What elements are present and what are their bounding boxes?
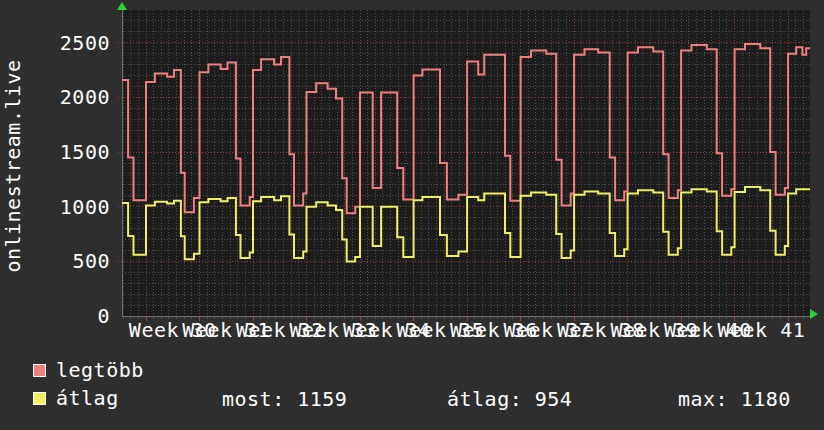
y-axis-label: 2500 <box>34 33 110 53</box>
stat-most: most: 1159 <box>222 389 347 410</box>
y-axis-label: 0 <box>34 306 110 326</box>
graph-title-vertical: onlinestream.live <box>1 59 25 272</box>
y-axis-label: 500 <box>34 251 110 271</box>
y-axis-label: 2000 <box>34 87 110 107</box>
legend-label-atlag: átlag <box>56 388 119 409</box>
y-axis-label: 1500 <box>34 142 110 162</box>
stat-atlag: átlag: 954 <box>447 389 572 410</box>
x-axis-label: Week 41 <box>717 320 805 340</box>
y-axis-label: 1000 <box>34 197 110 217</box>
graph-window: onlinestream.live 05001000150020002500 W… <box>0 0 824 430</box>
legend-swatch-atlag <box>33 392 46 405</box>
legend-label-legtobb: legtöbb <box>56 360 144 381</box>
stat-max: max: 1180 <box>678 389 791 410</box>
legend-swatch-legtobb <box>33 364 46 377</box>
